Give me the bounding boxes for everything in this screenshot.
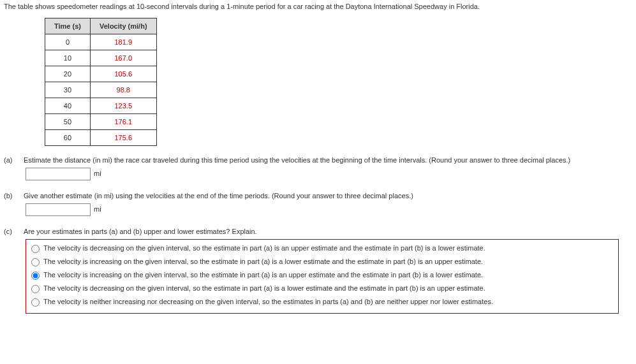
part-a-unit: mi	[94, 170, 101, 177]
intro-text: The table shows speedometer readings at …	[0, 0, 636, 13]
option-row: The velocity is decreasing on the given …	[31, 244, 613, 253]
cell-velocity: 105.6	[90, 66, 156, 82]
cell-velocity: 123.5	[90, 98, 156, 114]
table-row: 3098.8	[45, 82, 157, 98]
option-radio[interactable]	[31, 245, 40, 253]
part-a-label: (a)	[4, 156, 22, 164]
cell-velocity: 176.1	[90, 114, 156, 130]
part-c-text: Are your estimates in parts (a) and (b) …	[24, 228, 630, 235]
option-radio[interactable]	[31, 272, 40, 280]
part-b-label: (b)	[4, 192, 22, 200]
question-b: (b) Give another estimate (in mi) using …	[0, 191, 636, 217]
part-b-text: Give another estimate (in mi) using the …	[24, 192, 630, 200]
cell-velocity: 181.9	[90, 34, 156, 50]
cell-time: 0	[45, 34, 91, 50]
option-text: The velocity is neither increasing nor d…	[43, 297, 493, 307]
table-row: 60175.6	[45, 130, 157, 146]
option-text: The velocity is decreasing on the given …	[43, 284, 485, 293]
cell-velocity: 98.8	[90, 82, 156, 98]
cell-time: 40	[45, 98, 91, 114]
table-row: 10167.0	[45, 50, 157, 66]
velocity-table: Time (s) Velocity (mi/h) 0181.910167.020…	[45, 18, 157, 146]
part-b-input[interactable]	[26, 203, 91, 216]
table-row: 0181.9	[45, 34, 157, 50]
cell-time: 50	[45, 114, 91, 130]
option-row: The velocity is decreasing on the given …	[31, 284, 613, 293]
option-text: The velocity is decreasing on the given …	[43, 244, 485, 253]
cell-time: 30	[45, 82, 91, 98]
option-radio[interactable]	[31, 298, 40, 307]
part-c-options-box: The velocity is decreasing on the given …	[26, 239, 619, 314]
table-header-time: Time (s)	[45, 18, 91, 34]
part-b-unit: mi	[94, 205, 101, 213]
option-text: The velocity is increasing on the given …	[43, 257, 483, 266]
cell-time: 10	[45, 50, 91, 66]
table-row: 40123.5	[45, 98, 157, 114]
table-row: 50176.1	[45, 114, 157, 130]
option-row: The velocity is increasing on the given …	[31, 257, 613, 266]
part-a-input[interactable]	[26, 168, 91, 180]
option-radio[interactable]	[31, 258, 40, 266]
part-c-label: (c)	[4, 228, 22, 235]
cell-velocity: 167.0	[90, 50, 156, 66]
part-a-text: Estimate the distance (in mi) the race c…	[24, 156, 630, 164]
question-c: (c) Are your estimates in parts (a) and …	[0, 226, 636, 315]
option-text: The velocity is increasing on the given …	[43, 270, 483, 280]
option-row: The velocity is neither increasing nor d…	[31, 297, 613, 307]
option-row: The velocity is increasing on the given …	[31, 270, 613, 280]
table-header-velocity: Velocity (mi/h)	[90, 18, 156, 34]
option-radio[interactable]	[31, 285, 40, 293]
cell-velocity: 175.6	[90, 130, 156, 146]
question-a: (a) Estimate the distance (in mi) the ra…	[0, 155, 636, 182]
cell-time: 20	[45, 66, 91, 82]
cell-time: 60	[45, 130, 91, 146]
table-row: 20105.6	[45, 66, 157, 82]
